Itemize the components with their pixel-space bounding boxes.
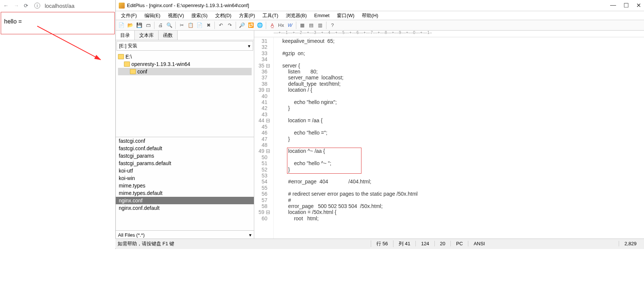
file-item[interactable]: mime.types — [116, 182, 254, 189]
close-button[interactable]: ✕ — [636, 2, 641, 9]
menu-item[interactable]: 窗口(W) — [334, 12, 357, 20]
sidebar-tabs: 目录文本库函数 — [116, 31, 254, 40]
sidebar-tab[interactable]: 函数 — [159, 31, 178, 40]
chevron-down-icon: ▾ — [249, 232, 252, 238]
file-filter[interactable]: All Files (*.*)▾ — [116, 230, 254, 239]
status-bar: 如需帮助，请按键盘 F1 键 行 56 列 41 124 20 PC ANSI … — [115, 239, 644, 248]
copy-icon[interactable]: 📋 — [186, 21, 195, 29]
menu-item[interactable]: 搜索(S) — [188, 12, 210, 20]
help-icon[interactable]: ? — [328, 21, 337, 29]
menu-item[interactable]: 帮助(H) — [359, 12, 381, 20]
print-icon[interactable]: 🖨 — [156, 21, 165, 29]
word-wrap-icon[interactable]: W — [286, 21, 294, 29]
status-help: 如需帮助，请按键盘 F1 键 — [118, 240, 371, 247]
hex-icon[interactable]: Hx — [277, 21, 285, 29]
open-icon[interactable]: 📂 — [126, 21, 134, 29]
undo-icon[interactable]: ↶ — [217, 21, 225, 29]
tool1-icon[interactable]: ▦ — [298, 21, 306, 29]
browser-toolbar: ← → ⟳ i localhost/aa — [0, 0, 115, 11]
status-v1: 124 — [415, 241, 434, 246]
code-area: ----+----1----+----2----+----3----+----4… — [254, 31, 644, 239]
replace-icon[interactable]: 🔁 — [247, 21, 255, 29]
menu-bar: 文件(F)编辑(E)视图(V)搜索(S)文档(D)方案(P)工具(T)浏览器(B… — [116, 11, 644, 20]
font-a-icon[interactable]: A̲ — [268, 21, 276, 29]
app-icon — [119, 3, 125, 9]
folder-icon — [124, 62, 130, 67]
file-item[interactable]: koi-utf — [116, 167, 254, 174]
file-item[interactable]: nginx.conf — [116, 197, 254, 204]
title-bar: EditPlus - [nginx.conf - E:\openresty-1.… — [116, 0, 644, 11]
save-icon[interactable]: 💾 — [135, 21, 143, 29]
file-item[interactable]: koi-win — [116, 174, 254, 182]
menu-item[interactable]: 方案(P) — [236, 12, 258, 20]
find-icon[interactable]: 🔎 — [238, 21, 246, 29]
file-item[interactable]: fastcgi_params — [116, 152, 254, 160]
code-editor[interactable]: 31 32 33 34 35 ⊟ 36 37 38 39 ⊟ 40 41 42 … — [254, 37, 644, 239]
tree-item[interactable]: conf — [118, 68, 252, 75]
saveall-icon[interactable]: 🗃 — [144, 21, 152, 29]
menu-item[interactable]: Emmet — [311, 12, 332, 19]
redo-icon[interactable]: ↷ — [226, 21, 234, 29]
address-bar[interactable]: localhost/aa — [45, 3, 74, 9]
status-v2: 20 — [434, 241, 450, 246]
sidebar: 目录文本库函数 [E:] 安装▾ E:\openresty-1.19.3.1-w… — [116, 31, 254, 239]
drive-selector[interactable]: [E:] 安装▾ — [117, 41, 253, 51]
site-info-icon[interactable]: i — [34, 3, 40, 9]
tool2-icon[interactable]: ▤ — [307, 21, 315, 29]
forward-button[interactable]: → — [13, 3, 19, 9]
file-item[interactable]: fastcgi.conf — [116, 137, 254, 145]
main-toolbar: 📄 📂 💾 🗃 🖨 🔍 ✂ 📋 📄 ✖ ↶ ↷ 🔎 🔁 🌐 A̲ Hx W ▦ … — [116, 20, 644, 31]
menu-item[interactable]: 浏览器(B) — [283, 12, 310, 20]
status-col: 列 41 — [393, 240, 415, 247]
page-content: hello = — [1, 12, 115, 34]
preview-icon[interactable]: 🔍 — [165, 21, 173, 29]
sidebar-tab[interactable]: 目录 — [116, 31, 135, 40]
minimize-button[interactable]: — — [610, 2, 616, 9]
reload-button[interactable]: ⟳ — [24, 3, 30, 9]
file-item[interactable]: mime.types.default — [116, 189, 254, 197]
file-item[interactable]: nginx.conf.default — [116, 204, 254, 212]
folder-icon — [130, 69, 136, 74]
window-title: EditPlus - [nginx.conf - E:\openresty-1.… — [127, 3, 249, 8]
file-item[interactable]: fastcgi.conf.default — [116, 145, 254, 152]
status-line: 行 56 — [371, 240, 393, 247]
folder-tree: E:\openresty-1.19.3.1-win64conf — [116, 51, 254, 137]
file-item[interactable]: fastcgi_params.default — [116, 160, 254, 167]
menu-item[interactable]: 视图(V) — [165, 12, 187, 20]
menu-item[interactable]: 编辑(E) — [141, 12, 163, 20]
sidebar-tab[interactable]: 文本库 — [135, 31, 159, 40]
maximize-button[interactable]: ☐ — [624, 2, 629, 9]
editplus-window: EditPlus - [nginx.conf - E:\openresty-1.… — [115, 0, 644, 249]
tree-item[interactable]: openresty-1.19.3.1-win64 — [118, 60, 252, 68]
browser-window: ← → ⟳ i localhost/aa hello = — [0, 0, 115, 37]
status-encoding: ANSI — [468, 241, 490, 246]
paste-icon[interactable]: 📄 — [195, 21, 204, 29]
ruler: ----+----1----+----2----+----3----+----4… — [254, 31, 644, 37]
back-button[interactable]: ← — [3, 3, 9, 9]
delete-icon[interactable]: ✖ — [204, 21, 213, 29]
chevron-down-icon: ▾ — [248, 43, 251, 49]
folder-icon — [118, 54, 124, 59]
file-list: fastcgi.conffastcgi.conf.defaultfastcgi_… — [116, 137, 254, 230]
code-highlight-box — [287, 148, 361, 174]
status-mode: PC — [450, 241, 468, 246]
menu-item[interactable]: 文档(D) — [212, 12, 235, 20]
menu-item[interactable]: 工具(T) — [259, 12, 281, 20]
tool3-icon[interactable]: ▥ — [316, 21, 324, 29]
new-icon[interactable]: 📄 — [117, 21, 125, 29]
menu-item[interactable]: 文件(F) — [118, 12, 140, 20]
browser-icon[interactable]: 🌐 — [256, 21, 264, 29]
tree-item[interactable]: E:\ — [118, 53, 252, 60]
cut-icon[interactable]: ✂ — [178, 21, 186, 29]
status-size: 2,829 — [619, 241, 642, 246]
